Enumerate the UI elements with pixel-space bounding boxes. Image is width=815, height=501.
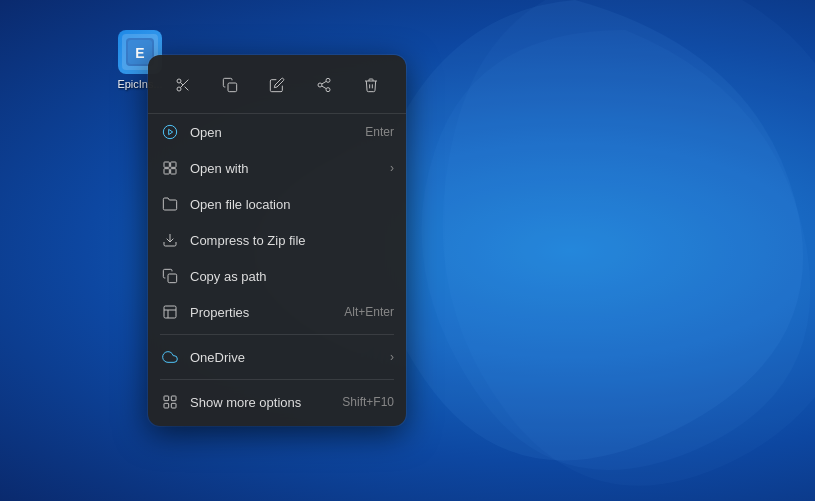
menu-item-open-with[interactable]: Open with › [148,150,406,186]
share-button[interactable] [306,67,342,103]
context-menu: Open Enter Open with › Open file locatio… [148,55,406,426]
context-menu-toolbar [148,61,406,114]
delete-button[interactable] [353,67,389,103]
menu-item-open-file-location[interactable]: Open file location [148,186,406,222]
svg-text:E: E [135,45,144,61]
copy-path-label: Copy as path [190,269,394,284]
open-file-location-label: Open file location [190,197,394,212]
compress-label: Compress to Zip file [190,233,394,248]
menu-item-show-more[interactable]: Show more options Shift+F10 [148,384,406,420]
compress-icon [160,230,180,250]
open-with-label: Open with [190,161,390,176]
svg-line-6 [185,87,189,91]
svg-point-11 [326,88,330,92]
show-more-icon [160,392,180,412]
show-more-label: Show more options [190,395,342,410]
folder-icon [160,194,180,214]
svg-rect-16 [164,162,169,167]
menu-item-open[interactable]: Open Enter [148,114,406,150]
delete-icon [363,77,379,93]
rename-icon [269,77,285,93]
copy-icon [222,77,238,93]
open-with-arrow: › [390,161,394,175]
svg-point-4 [177,87,181,91]
copy-path-icon [160,266,180,286]
properties-shortcut: Alt+Enter [344,305,394,319]
svg-line-12 [322,86,327,89]
onedrive-label: OneDrive [190,350,390,365]
open-label: Open [190,125,365,140]
open-icon [160,122,180,142]
svg-rect-8 [228,83,237,92]
properties-icon [160,302,180,322]
svg-rect-25 [164,396,169,401]
cut-icon [175,77,191,93]
svg-line-7 [181,82,184,85]
svg-point-14 [163,125,176,138]
share-icon [316,77,332,93]
menu-item-properties[interactable]: Properties Alt+Enter [148,294,406,330]
rename-button[interactable] [259,67,295,103]
properties-label: Properties [190,305,344,320]
svg-point-10 [318,83,322,87]
svg-rect-17 [171,162,176,167]
open-shortcut: Enter [365,125,394,139]
svg-rect-27 [164,403,169,408]
onedrive-arrow: › [390,350,394,364]
svg-point-3 [177,79,181,83]
menu-item-onedrive[interactable]: OneDrive › [148,339,406,375]
svg-rect-19 [171,169,176,174]
menu-item-copy-path[interactable]: Copy as path [148,258,406,294]
svg-rect-28 [171,403,176,408]
show-more-shortcut: Shift+F10 [342,395,394,409]
svg-rect-18 [164,169,169,174]
svg-marker-15 [169,129,173,134]
svg-rect-21 [168,274,177,283]
svg-line-13 [322,81,327,84]
menu-item-compress[interactable]: Compress to Zip file [148,222,406,258]
svg-point-9 [326,78,330,82]
open-with-icon [160,158,180,178]
menu-divider-1 [160,334,394,335]
svg-rect-26 [171,396,176,401]
onedrive-icon [160,347,180,367]
svg-rect-22 [164,306,176,318]
cut-button[interactable] [165,67,201,103]
menu-divider-2 [160,379,394,380]
copy-button[interactable] [212,67,248,103]
